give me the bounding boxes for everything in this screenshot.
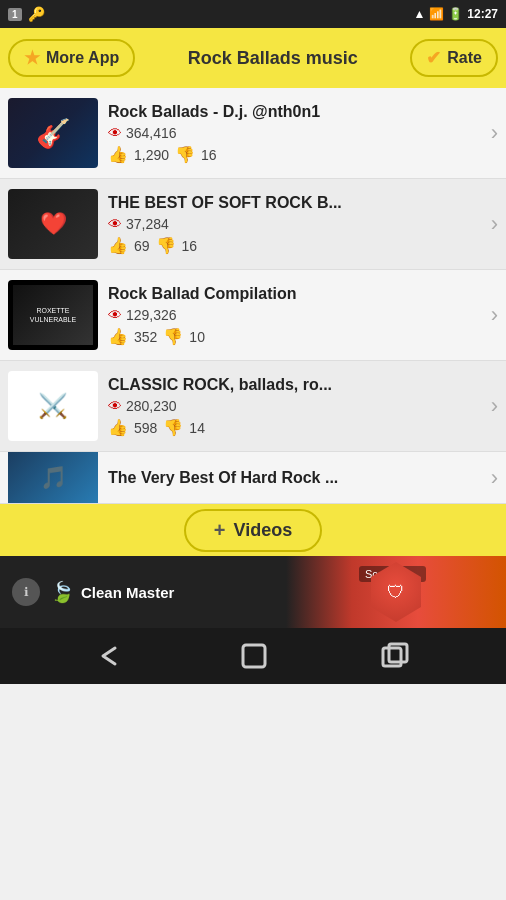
list-container: Rock Ballads - D.j. @nth0n1 👁 364,416 👍 …: [0, 88, 506, 504]
thumbnail-1: [8, 98, 98, 168]
thumbnail-3: ROXETTEVULNERABLE: [8, 280, 98, 350]
status-bar: 1 🔑 ▲ 📶 🔋 12:27: [0, 0, 506, 28]
likes-count: 598: [134, 420, 157, 436]
thumbup-icon: 👍: [108, 327, 128, 346]
status-right: ▲ 📶 🔋 12:27: [413, 7, 498, 21]
dislikes-count: 14: [189, 420, 205, 436]
thumb-text: ROXETTEVULNERABLE: [30, 306, 76, 324]
item-views: 👁 280,230: [108, 398, 481, 414]
item-title: The Very Best Of Hard Rock ...: [108, 468, 481, 487]
chevron-right-icon: ›: [491, 302, 498, 328]
thumbup-icon: 👍: [108, 418, 128, 437]
item-info: Rock Ballad Compilation 👁 129,326 👍 352 …: [108, 284, 481, 346]
wifi-icon: ▲: [413, 7, 425, 21]
recents-button[interactable]: [381, 642, 409, 670]
item-info: THE BEST OF SOFT ROCK B... 👁 37,284 👍 69…: [108, 193, 481, 255]
likes-count: 69: [134, 238, 150, 254]
list-item[interactable]: Rock Ballads - D.j. @nth0n1 👁 364,416 👍 …: [0, 88, 506, 179]
status-left: 1 🔑: [8, 6, 45, 22]
thumbdown-icon: 👎: [163, 327, 183, 346]
views-count: 129,326: [126, 307, 177, 323]
list-item[interactable]: THE BEST OF SOFT ROCK B... 👁 37,284 👍 69…: [0, 179, 506, 270]
key-icon: 🔑: [28, 6, 45, 22]
eye-icon: 👁: [108, 125, 122, 141]
views-count: 280,230: [126, 398, 177, 414]
home-button[interactable]: [240, 642, 268, 670]
thumbup-icon: 👍: [108, 145, 128, 164]
more-app-label: More App: [46, 49, 119, 67]
item-views: 👁 129,326: [108, 307, 481, 323]
chevron-right-icon: ›: [491, 211, 498, 237]
dislikes-count: 10: [189, 329, 205, 345]
item-title: Rock Ballad Compilation: [108, 284, 481, 303]
item-title: CLASSIC ROCK, ballads, ro...: [108, 375, 481, 394]
thumbdown-icon: 👎: [175, 145, 195, 164]
item-info: The Very Best Of Hard Rock ...: [108, 468, 481, 487]
views-count: 364,416: [126, 125, 177, 141]
dislikes-count: 16: [201, 147, 217, 163]
ad-logo: 🍃 Clean Master: [50, 580, 174, 604]
chevron-right-icon: ›: [491, 120, 498, 146]
svg-rect-0: [243, 645, 265, 667]
thumbdown-icon: 👎: [163, 418, 183, 437]
check-icon: ✔: [426, 47, 441, 69]
rate-button[interactable]: ✔ Rate: [410, 39, 498, 77]
item-views: 👁 37,284: [108, 216, 481, 232]
time-display: 12:27: [467, 7, 498, 21]
likes-count: 352: [134, 329, 157, 345]
dislikes-count: 16: [182, 238, 198, 254]
list-item[interactable]: ROXETTEVULNERABLE Rock Ballad Compilatio…: [0, 270, 506, 361]
item-title: Rock Ballads - D.j. @nth0n1: [108, 102, 481, 121]
thumbup-icon: 👍: [108, 236, 128, 255]
list-item[interactable]: CLASSIC ROCK, ballads, ro... 👁 280,230 👍…: [0, 361, 506, 452]
back-button[interactable]: [97, 644, 127, 668]
signal-icon: 📶: [429, 7, 444, 21]
eye-icon: 👁: [108, 216, 122, 232]
more-app-button[interactable]: ★ More App: [8, 39, 135, 77]
videos-label: Videos: [233, 520, 292, 541]
thumbdown-icon: 👎: [156, 236, 176, 255]
ad-logo-icon: 🍃: [50, 580, 75, 604]
list-item[interactable]: The Very Best Of Hard Rock ... ›: [0, 452, 506, 504]
header-title: Rock Ballads music: [135, 48, 410, 69]
thumbnail-4: [8, 371, 98, 441]
header: ★ More App Rock Ballads music ✔ Rate: [0, 28, 506, 88]
rate-label: Rate: [447, 49, 482, 67]
eye-icon: 👁: [108, 307, 122, 323]
eye-icon: 👁: [108, 398, 122, 414]
item-likes: 👍 69 👎 16: [108, 236, 481, 255]
nav-bar: [0, 628, 506, 684]
item-info: CLASSIC ROCK, ballads, ro... 👁 280,230 👍…: [108, 375, 481, 437]
item-title: THE BEST OF SOFT ROCK B...: [108, 193, 481, 212]
item-likes: 👍 352 👎 10: [108, 327, 481, 346]
status-number: 1: [8, 8, 22, 21]
videos-button[interactable]: + Videos: [184, 509, 322, 552]
plus-icon: +: [214, 519, 226, 542]
ad-label: Clean Master: [81, 584, 174, 601]
chevron-right-icon: ›: [491, 393, 498, 419]
item-likes: 👍 598 👎 14: [108, 418, 481, 437]
thumbnail-5: [8, 452, 98, 504]
likes-count: 1,290: [134, 147, 169, 163]
item-views: 👁 364,416: [108, 125, 481, 141]
ad-info-icon: ℹ: [12, 578, 40, 606]
ad-banner[interactable]: ℹ 🍃 Clean Master Scanning... 🛡: [0, 556, 506, 628]
item-likes: 👍 1,290 👎 16: [108, 145, 481, 164]
item-info: Rock Ballads - D.j. @nth0n1 👁 364,416 👍 …: [108, 102, 481, 164]
star-icon: ★: [24, 47, 40, 69]
videos-bar: + Videos: [0, 504, 506, 556]
views-count: 37,284: [126, 216, 169, 232]
thumbnail-2: [8, 189, 98, 259]
chevron-right-icon: ›: [491, 465, 498, 491]
battery-icon: 🔋: [448, 7, 463, 21]
ad-image: Scanning... 🛡: [286, 556, 506, 628]
